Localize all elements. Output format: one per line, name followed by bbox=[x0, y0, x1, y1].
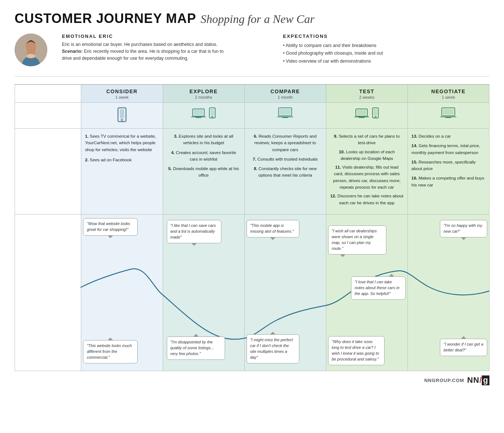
laptop-icon-2 bbox=[277, 107, 293, 120]
phase-duration-explore: 2 months bbox=[166, 95, 241, 99]
expectation-item: Video overview of car with demonstration… bbox=[283, 58, 489, 65]
quote-consider-bottom: "This website looks much different from … bbox=[83, 340, 138, 363]
actions-label bbox=[15, 129, 81, 214]
svg-rect-15 bbox=[280, 109, 291, 115]
title-italic: Shopping for a New Car bbox=[201, 12, 315, 26]
page-header: CUSTOMER JOURNEY MAP Shopping for a New … bbox=[15, 11, 489, 26]
emotion-explore: "I like that I can save cars and a list … bbox=[163, 214, 244, 371]
devices-explore bbox=[163, 103, 244, 129]
quote-compare-top: "This mobile app is missing alot of feat… bbox=[247, 220, 299, 237]
emotion-consider: "Wow that website looks great for car sh… bbox=[81, 214, 163, 371]
quote-negotiate-top: "I'm so happy with my new car!" bbox=[440, 220, 487, 237]
emotion-test: "I wish all car dealerships were shown o… bbox=[326, 214, 407, 371]
laptop-icon-3 bbox=[354, 108, 369, 120]
footer-site: NNGROUP.COM bbox=[424, 378, 464, 383]
quote-test-mid: "I love that I can take notes about thes… bbox=[351, 276, 406, 300]
quote-explore-bottom: "I'm disappointed by the quality of some… bbox=[167, 336, 225, 360]
phase-name-negotiate: NEGOTIATE bbox=[411, 88, 486, 94]
phase-name-explore: EXPLORE bbox=[166, 88, 241, 94]
phone-icon-3 bbox=[372, 107, 379, 120]
phase-name-compare: COMPARE bbox=[248, 88, 323, 94]
avatar bbox=[15, 34, 47, 66]
expectations-list: Ability to compare cars and their breakd… bbox=[283, 42, 489, 65]
svg-rect-19 bbox=[359, 117, 365, 118]
actions-test: 9. Selects a set of cars he plans to tes… bbox=[326, 129, 407, 214]
phase-header-explore: EXPLORE 2 months bbox=[163, 84, 244, 103]
footer-logo-nn: NN bbox=[467, 375, 480, 385]
devices-test bbox=[326, 103, 407, 129]
phase-duration-compare: 1 month bbox=[248, 95, 323, 99]
quote-explore-top: "I like that I can save cars and a list … bbox=[167, 220, 221, 243]
title-bold: CUSTOMER JOURNEY MAP bbox=[15, 11, 196, 26]
section-divider bbox=[15, 76, 489, 77]
quote-negotiate-bottom: "I wonder if I can get a better deal?" bbox=[440, 339, 487, 356]
svg-rect-9 bbox=[194, 110, 203, 115]
svg-rect-10 bbox=[196, 117, 201, 118]
quote-test-bottom: "Why does it take sooo long to test driv… bbox=[328, 336, 385, 365]
laptop-icon bbox=[191, 108, 206, 120]
journey-table: CONSIDER 1 week EXPLORE 2 months COMPARE… bbox=[15, 84, 489, 371]
emotion-row: "Wow that website looks great for car sh… bbox=[15, 214, 489, 371]
actions-explore: 3. Explores site and looks at all vehicl… bbox=[163, 129, 244, 214]
phone-icon-2 bbox=[209, 107, 216, 120]
svg-rect-16 bbox=[282, 117, 288, 118]
footer: NNGROUP.COM NN / g bbox=[15, 371, 489, 385]
svg-rect-25 bbox=[445, 117, 451, 118]
actions-consider: 1. Sees TV commerical for a website, You… bbox=[81, 129, 163, 214]
laptop-icon-4 bbox=[440, 107, 456, 120]
devices-negotiate bbox=[407, 103, 489, 129]
phase-header-row: CONSIDER 1 week EXPLORE 2 months COMPARE… bbox=[15, 84, 489, 103]
phase-header-negotiate: NEGOTIATE 1 week bbox=[407, 84, 489, 103]
devices-label-cell bbox=[15, 103, 81, 129]
svg-point-13 bbox=[212, 116, 213, 118]
phase-duration-consider: 1 week bbox=[84, 95, 160, 99]
quote-test-top: "I wish all car dealerships were shown o… bbox=[328, 225, 386, 255]
footer-logo-g: g bbox=[482, 375, 489, 385]
phase-duration-test: 2 weeks bbox=[329, 95, 405, 99]
quote-compare-bottom: "I might miss the perfect car if I don't… bbox=[247, 334, 299, 363]
persona-section: EMOTIONAL ERIC Eric is an emotional car … bbox=[15, 34, 489, 66]
devices-compare bbox=[244, 103, 326, 129]
footer-logo-container: NN / g bbox=[467, 375, 489, 385]
expectation-item: Ability to compare cars and their breakd… bbox=[283, 42, 489, 50]
svg-point-3 bbox=[27, 42, 35, 51]
persona-name: EMOTIONAL ERIC bbox=[62, 34, 268, 39]
svg-rect-21 bbox=[374, 109, 377, 115]
persona-description: Eric is an emotional car buyer. He purch… bbox=[62, 41, 229, 62]
svg-point-7 bbox=[121, 119, 123, 121]
actions-negotiate: 13. Decides on a car 14. Gets financing … bbox=[407, 129, 489, 214]
phone-icon bbox=[117, 107, 127, 124]
devices-consider bbox=[81, 103, 163, 129]
svg-point-22 bbox=[375, 116, 376, 118]
emotion-label bbox=[15, 214, 81, 371]
svg-rect-24 bbox=[443, 109, 454, 115]
emotion-compare: "This mobile app is missing alot of feat… bbox=[244, 214, 326, 371]
svg-point-4 bbox=[27, 54, 35, 58]
empty-header bbox=[15, 84, 81, 103]
quote-consider-top: "Wow that website looks great for car sh… bbox=[83, 218, 138, 236]
expectations-section: EXPECTATIONS Ability to compare cars and… bbox=[283, 34, 489, 65]
svg-rect-12 bbox=[210, 109, 214, 115]
phase-header-compare: COMPARE 1 month bbox=[244, 84, 326, 103]
actions-row: 1. Sees TV commerical for a website, You… bbox=[15, 129, 489, 214]
phase-name-consider: CONSIDER bbox=[84, 88, 160, 94]
expectations-title: EXPECTATIONS bbox=[283, 34, 489, 39]
devices-row bbox=[15, 103, 489, 129]
phase-duration-negotiate: 1 week bbox=[411, 95, 486, 99]
journey-map: CONSIDER 1 week EXPLORE 2 months COMPARE… bbox=[15, 84, 489, 371]
phase-header-test: TEST 2 weeks bbox=[326, 84, 407, 103]
svg-rect-18 bbox=[357, 110, 366, 115]
expectation-item: Good photography with closeups, inside a… bbox=[283, 50, 489, 57]
phase-header-consider: CONSIDER 1 week bbox=[81, 84, 163, 103]
emotion-negotiate: "I'm so happy with my new car!" "I wonde… bbox=[407, 214, 489, 371]
svg-rect-6 bbox=[120, 109, 124, 118]
phase-name-test: TEST bbox=[329, 88, 405, 94]
actions-compare: 6. Reads Consumer Reports and reviews; k… bbox=[244, 129, 326, 214]
persona-info: EMOTIONAL ERIC Eric is an emotional car … bbox=[62, 34, 268, 62]
